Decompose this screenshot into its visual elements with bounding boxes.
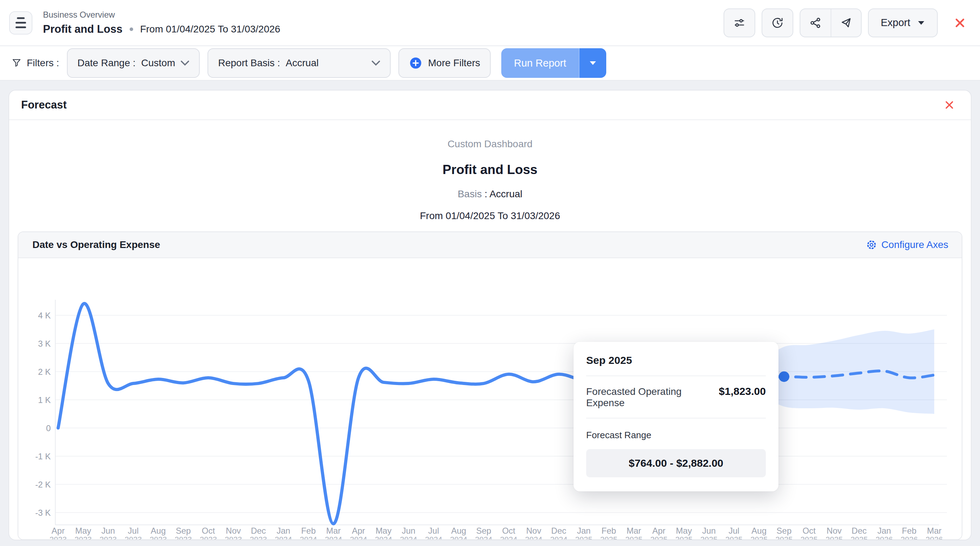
tooltip-metric-label: Forecasted Operating Expense [586,386,708,409]
configure-axes-button[interactable]: Configure Axes [866,239,948,250]
svg-text:2026: 2026 [926,535,943,539]
caret-down-icon [917,21,925,25]
header-actions: Export [724,8,966,37]
svg-text:Aug: Aug [751,526,767,535]
svg-text:Feb: Feb [602,526,616,535]
svg-text:2024: 2024 [425,535,442,539]
tooltip-metric-value: $1,823.00 [719,385,766,397]
svg-text:2025: 2025 [700,535,718,539]
svg-text:Apr: Apr [352,526,365,535]
svg-text:2023: 2023 [125,535,142,539]
svg-text:Jun: Jun [102,526,115,535]
svg-text:2024: 2024 [300,535,317,539]
svg-text:Oct: Oct [202,526,215,535]
share-button[interactable] [800,9,830,37]
more-filters-label: More Filters [428,57,480,69]
svg-text:2025: 2025 [775,535,792,539]
forecast-panel: Forecast Custom Dashboard Profit and Los… [8,90,972,540]
sidebar-toggle-button[interactable] [9,11,32,35]
svg-text:0: 0 [46,423,51,433]
caret-down-icon [589,60,597,65]
svg-text:-2 K: -2 K [35,480,51,489]
run-report-button[interactable]: Run Report [501,48,579,78]
svg-text:2023: 2023 [75,535,92,539]
page-title: Profit and Loss [43,23,123,36]
svg-text:2023: 2023 [175,535,192,539]
run-report-caret-button[interactable] [579,48,606,78]
tooltip-range-label: Forecast Range [586,430,766,441]
plus-circle-icon [409,56,422,70]
svg-text:2025: 2025 [575,535,592,539]
close-forecast-button[interactable] [944,100,955,110]
svg-text:Jul: Jul [128,526,139,535]
top-header: Business Overview Profit and Loss From 0… [0,0,980,46]
tooltip-range-value: $764.00 - $2,882.00 [586,449,766,477]
svg-text:Mar: Mar [927,526,941,535]
svg-text:2024: 2024 [550,535,568,539]
chart-canvas[interactable]: 4 K3 K2 K1 K0-1 K-2 K-3 KApr2023May2023J… [18,258,962,539]
chart-header: Date vs Operating Expense Configure Axes [18,232,962,258]
close-report-button[interactable] [954,17,966,29]
chart-title: Date vs Operating Expense [32,239,160,250]
svg-text:Jul: Jul [729,526,740,535]
forecast-line-chart: 4 K3 K2 K1 K0-1 K-2 K-3 KApr2023May2023J… [18,258,963,539]
svg-text:May: May [375,526,391,535]
forecast-panel-header: Forecast [9,91,971,120]
svg-text:Sep: Sep [176,526,191,535]
title-block: Business Overview Profit and Loss From 0… [43,10,280,36]
svg-text:Jan: Jan [577,526,591,535]
svg-text:2024: 2024 [400,535,417,539]
svg-text:2025: 2025 [725,535,743,539]
svg-text:2024: 2024 [450,535,468,539]
svg-text:2023: 2023 [150,535,167,539]
more-filters-button[interactable]: More Filters [398,48,491,78]
svg-text:May: May [75,526,91,535]
svg-text:Jun: Jun [702,526,716,535]
svg-text:Mar: Mar [627,526,641,535]
chevron-down-icon [372,60,380,66]
svg-text:2024: 2024 [350,535,367,539]
svg-text:2023: 2023 [200,535,217,539]
svg-text:Aug: Aug [451,526,466,535]
period-line: From 01/04/2025 To 31/03/2026 [9,210,971,221]
configure-axes-label: Configure Axes [881,239,948,250]
run-report-split-button: Run Report [501,48,606,78]
chart-card: Date vs Operating Expense Configure Axes… [18,231,963,540]
basis-value: Accrual [489,188,522,199]
svg-text:-1 K: -1 K [35,452,51,461]
svg-text:2024: 2024 [275,535,292,539]
export-button[interactable]: Export [868,8,938,37]
chart-tooltip: Sep 2025 Forecasted Operating Expense $1… [573,342,778,492]
svg-text:2 K: 2 K [38,367,51,377]
svg-text:Jan: Jan [878,526,891,535]
svg-text:2026: 2026 [876,535,893,539]
chevron-down-icon [181,60,189,66]
date-range-label: Date Range : [78,57,135,69]
svg-text:Jun: Jun [402,526,415,535]
svg-text:Aug: Aug [151,526,166,535]
svg-text:2025: 2025 [675,535,692,539]
svg-text:Sep: Sep [476,526,492,535]
svg-text:Dec: Dec [852,526,867,535]
report-basis-dropdown[interactable]: Report Basis : Accrual [207,48,391,78]
send-button[interactable] [830,9,861,37]
close-icon [944,100,955,110]
date-range-dropdown[interactable]: Date Range : Custom [67,48,200,78]
svg-text:Feb: Feb [902,526,916,535]
svg-text:Dec: Dec [251,526,266,535]
export-label: Export [881,17,910,29]
refresh-history-button[interactable] [762,8,793,37]
breadcrumb: Business Overview [43,10,280,20]
divider [586,376,766,376]
svg-text:4 K: 4 K [38,311,51,320]
svg-text:Oct: Oct [502,526,515,535]
svg-text:Jan: Jan [277,526,290,535]
svg-text:2025: 2025 [600,535,617,539]
report-basis-label: Report Basis : [218,57,280,69]
svg-text:2024: 2024 [325,535,342,539]
customize-button[interactable] [724,8,755,37]
svg-text:2023: 2023 [50,535,67,539]
svg-text:1 K: 1 K [38,395,51,405]
report-basis-value: Accrual [286,57,318,69]
svg-text:2024: 2024 [525,535,542,539]
